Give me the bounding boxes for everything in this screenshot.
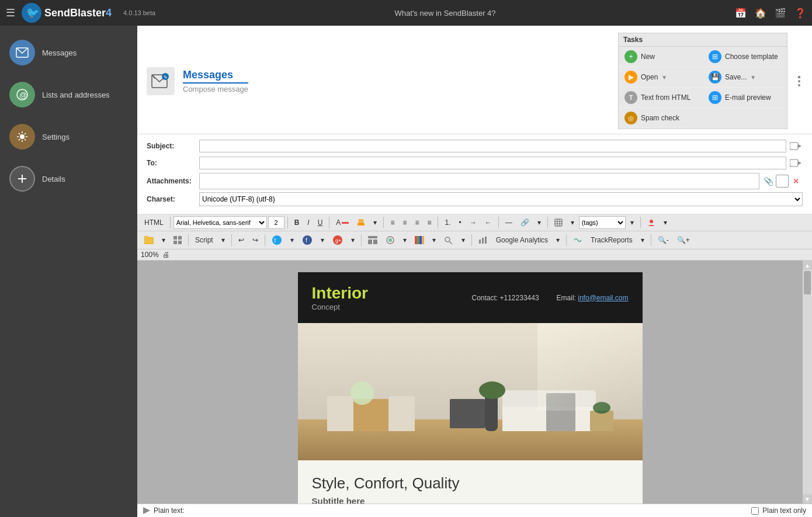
- email-preview-button[interactable]: ⊞ E-mail preview: [703, 88, 787, 108]
- align-justify-button[interactable]: ≡: [424, 217, 435, 228]
- options-dots[interactable]: [796, 76, 803, 86]
- script-button[interactable]: Script: [192, 234, 217, 246]
- charset-select[interactable]: Unicode (UTF-8) (utf-8): [199, 192, 803, 206]
- align-center-button[interactable]: ≡: [399, 217, 410, 228]
- align-left-button[interactable]: ≡: [387, 217, 398, 228]
- indent-button[interactable]: →: [466, 217, 480, 228]
- text-from-html-icon: T: [624, 91, 637, 104]
- toolbar-2: ▾ Script ▾ ↩ ↪ t ▾ f ▾ g+ ▾: [137, 231, 812, 249]
- font-color-button[interactable]: A: [332, 217, 352, 228]
- search-arrow-button[interactable]: ▾: [458, 234, 469, 246]
- paperclip-icon[interactable]: 📎: [762, 175, 775, 188]
- facebook-arrow-button[interactable]: ▾: [317, 234, 328, 246]
- personalize-button[interactable]: [644, 217, 659, 228]
- link-arrow-button[interactable]: ▾: [534, 217, 544, 228]
- sidebar-item-messages[interactable]: Messages: [0, 32, 137, 74]
- html-mode-button[interactable]: HTML: [141, 217, 167, 228]
- outdent-button[interactable]: ←: [481, 217, 495, 228]
- list-ul-button[interactable]: •: [455, 217, 464, 228]
- editor-scroll[interactable]: Interior Concept Contact: +112233443 Ema…: [137, 261, 803, 504]
- ga-arrow-button[interactable]: ▾: [553, 234, 563, 246]
- scroll-down-button[interactable]: ▼: [803, 494, 812, 504]
- toolbar-sep-8: [640, 217, 641, 228]
- search-replace-button[interactable]: [440, 234, 457, 246]
- editor-scrollbar[interactable]: ▲ ▼: [803, 261, 812, 504]
- sidebar-item-details[interactable]: Details: [0, 158, 137, 200]
- subject-input[interactable]: [199, 140, 786, 152]
- font-size-input[interactable]: [268, 216, 284, 229]
- expand-icon[interactable]: [143, 507, 150, 514]
- remove-attachment-icon[interactable]: ✕: [790, 175, 803, 188]
- twitter-button[interactable]: t: [268, 233, 286, 247]
- tb2-sep-1: [188, 234, 189, 246]
- svg-text:g+: g+: [335, 238, 341, 244]
- home-icon[interactable]: 🏠: [755, 8, 766, 19]
- editor-area[interactable]: Interior Concept Contact: +112233443 Ema…: [137, 261, 812, 504]
- help-icon[interactable]: ❓: [794, 8, 806, 19]
- spam-check-button[interactable]: ◎ Spam check: [619, 108, 787, 129]
- align-right-button[interactable]: ≡: [411, 217, 422, 228]
- attach-extra-icon[interactable]: ⊕: [776, 175, 789, 188]
- table-button[interactable]: [551, 217, 566, 228]
- whats-new-label[interactable]: What's new in SendBlaster 4?: [161, 9, 729, 18]
- scroll-thumb[interactable]: [804, 271, 811, 294]
- insert-arrow-button[interactable]: ▾: [567, 217, 578, 228]
- sidebar-item-settings[interactable]: Settings: [0, 116, 137, 158]
- tags-arrow-button[interactable]: ▾: [627, 217, 637, 228]
- email-link[interactable]: info@email.com: [578, 294, 628, 302]
- save-button[interactable]: 💾 Save... ▼: [703, 67, 787, 88]
- link-button[interactable]: 🔗: [517, 217, 533, 228]
- attachments-input[interactable]: [199, 173, 759, 189]
- layout-button[interactable]: [365, 234, 381, 246]
- coupon-button[interactable]: [382, 234, 398, 246]
- scroll-up-button[interactable]: ▲: [803, 261, 812, 270]
- redo-button[interactable]: ↪: [249, 234, 262, 246]
- to-input[interactable]: [199, 157, 786, 169]
- highlight-button[interactable]: [353, 217, 369, 228]
- side-table: [590, 411, 613, 431]
- tags-select[interactable]: (tags): [579, 216, 626, 229]
- scroll-track[interactable]: [803, 270, 812, 494]
- trackreports-arrow-button[interactable]: ▾: [637, 234, 648, 246]
- zoom-out-button[interactable]: 🔍-: [654, 234, 672, 246]
- underline-button[interactable]: U: [314, 217, 327, 228]
- svg-point-31: [303, 235, 312, 245]
- trackimg-button[interactable]: [570, 234, 586, 246]
- new-button[interactable]: + New: [619, 47, 703, 67]
- list-ol-button[interactable]: 1.: [441, 217, 454, 228]
- template-folder-arrow[interactable]: ▾: [158, 234, 169, 246]
- subject-tag-icon[interactable]: [789, 139, 803, 153]
- google-button[interactable]: g+: [329, 233, 346, 247]
- facebook-button[interactable]: f: [299, 233, 316, 247]
- svg-point-44: [445, 237, 450, 242]
- choose-template-button[interactable]: ⊞ Choose template: [703, 47, 787, 67]
- zoom-in-button[interactable]: 🔍+: [674, 234, 693, 246]
- open-button[interactable]: ▶ Open ▼: [619, 67, 703, 88]
- italic-button[interactable]: I: [304, 217, 313, 228]
- google-arrow-button[interactable]: ▾: [348, 234, 358, 246]
- grid-view-button[interactable]: [170, 234, 185, 246]
- color-scheme-arrow-button[interactable]: ▾: [429, 234, 439, 246]
- color-scheme-button[interactable]: [411, 234, 428, 246]
- twitter-arrow-button[interactable]: ▾: [287, 234, 297, 246]
- calendar-icon[interactable]: 📅: [735, 8, 747, 19]
- font-select[interactable]: Arial, Helvetica, sans-serif: [173, 216, 267, 229]
- chart-button[interactable]: [475, 234, 491, 246]
- highlight-arrow-button[interactable]: ▾: [370, 217, 380, 228]
- script-arrow-button[interactable]: ▾: [218, 234, 228, 246]
- undo-button[interactable]: ↩: [235, 234, 248, 246]
- film-icon[interactable]: 🎬: [775, 8, 786, 19]
- trackreports-button[interactable]: TrackReports: [587, 234, 636, 246]
- sidebar-item-lists[interactable]: @ Lists and addresses: [0, 74, 137, 116]
- to-tag-icon[interactable]: [789, 156, 803, 170]
- bold-button[interactable]: B: [291, 217, 303, 228]
- menu-icon[interactable]: ☰: [6, 6, 15, 19]
- template-folder-button[interactable]: [141, 234, 157, 246]
- print-icon[interactable]: 🖨: [162, 251, 169, 259]
- text-from-html-button[interactable]: T Text from HTML: [619, 88, 703, 108]
- google-analytics-button[interactable]: Google Analytics: [492, 234, 551, 246]
- plain-text-only-checkbox[interactable]: [751, 507, 759, 515]
- coupon-arrow-button[interactable]: ▾: [400, 234, 410, 246]
- personalize-arrow-button[interactable]: ▾: [660, 217, 671, 228]
- hr-button[interactable]: —: [502, 217, 516, 228]
